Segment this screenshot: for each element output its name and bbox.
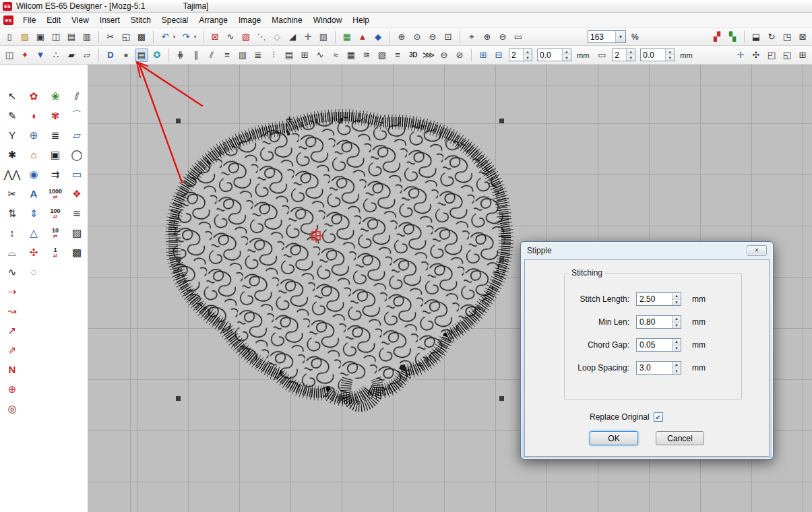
t2-star[interactable]: ✦ <box>18 49 32 62</box>
stitch-type-rows[interactable]: ≣ <box>251 49 265 62</box>
stitch-type-wave[interactable]: ∿ <box>313 49 327 62</box>
underlay-b[interactable]: ⊟ <box>492 49 505 62</box>
handle-mid-left[interactable] <box>176 257 181 262</box>
tool-button[interactable] <box>23 321 44 340</box>
handle-bottom-left[interactable] <box>176 396 181 401</box>
cut[interactable]: ✂ <box>104 30 117 44</box>
handle-mid-right[interactable] <box>499 257 504 262</box>
flip-tool[interactable]: ⇅ <box>1 203 23 223</box>
split-window[interactable]: ◳ <box>780 30 794 44</box>
no-fill[interactable]: ⊘ <box>453 49 466 62</box>
document-icon[interactable]: ES <box>3 15 13 25</box>
slant-view[interactable]: ◢ <box>286 30 299 44</box>
rectangle-tool[interactable]: ▭ <box>66 164 88 184</box>
field-spinner[interactable]: ▲▼ <box>672 362 681 374</box>
toolbar-icon[interactable] <box>153 31 154 43</box>
menu-item[interactable]: File <box>18 13 41 27</box>
tool-button[interactable] <box>44 282 66 301</box>
end-marker-tool[interactable]: ⊕ <box>1 379 23 399</box>
scissors-tool[interactable]: ✂ <box>1 184 23 203</box>
spin-up-icon[interactable]: ▲ <box>673 339 681 346</box>
clipped-icon[interactable]: ⊞ <box>796 49 809 62</box>
thread-colors[interactable]: ▞ <box>710 30 724 44</box>
nudge-arrows[interactable]: ✛ <box>734 49 747 62</box>
toolbar-icon[interactable] <box>744 30 745 42</box>
toolbar-icon[interactable] <box>203 31 204 43</box>
columns-view[interactable]: ▥ <box>317 30 330 44</box>
wedge-tool[interactable]: △ <box>23 223 44 243</box>
design-mode[interactable]: D <box>104 49 117 62</box>
tool-button[interactable] <box>66 360 88 379</box>
t2-fill-b[interactable]: ▱ <box>80 49 94 62</box>
field-input[interactable] <box>637 362 672 374</box>
align-b[interactable]: ◱ <box>780 49 794 62</box>
cross-stitch-tool[interactable]: ✣ <box>23 243 44 262</box>
pull-comp-input[interactable] <box>509 49 523 61</box>
menu-item[interactable]: Edit <box>41 13 66 27</box>
spin-down-icon[interactable]: ▼ <box>524 55 532 61</box>
menu-item[interactable]: Stitch <box>125 13 156 27</box>
undo[interactable]: ↶ <box>158 30 172 44</box>
spacing-100[interactable]: 100 ⇄ <box>44 203 66 223</box>
copy[interactable]: ◱ <box>119 30 133 44</box>
offset-a-input[interactable] <box>538 49 562 61</box>
undo-dropdown[interactable]: ▾ <box>171 30 177 44</box>
menu-item[interactable]: Insert <box>94 13 125 27</box>
column-fill-tool[interactable]: ≣ <box>44 125 66 145</box>
field-spinner[interactable]: ▲▼ <box>672 339 681 351</box>
stitch-type-ripple[interactable]: ≈ <box>329 49 342 62</box>
menu-item[interactable]: Help <box>347 13 375 27</box>
pan-tool[interactable]: ⌖ <box>465 30 478 44</box>
toolbar-icon[interactable] <box>98 49 99 61</box>
titlebar[interactable]: ES Wilcom ES-65 Designer - [Mozg-5:1Taji… <box>0 0 812 13</box>
outline-dotted-tool[interactable]: ◌ <box>23 262 44 282</box>
texture-fill-tool[interactable]: ▩ <box>66 243 88 262</box>
sequin-tool[interactable]: ◉ <box>23 164 44 184</box>
field-spinner[interactable]: ▲▼ <box>672 293 681 305</box>
run-tool[interactable]: ⇉ <box>44 164 66 184</box>
align-a[interactable]: ◰ <box>765 49 778 62</box>
tool-button[interactable] <box>66 340 88 360</box>
stitch-style-jump[interactable]: ↗ <box>1 321 23 340</box>
regenerate[interactable]: ↻ <box>765 30 778 44</box>
t2-fill-a[interactable]: ▰ <box>65 49 78 62</box>
spin-up-icon[interactable]: ▲ <box>563 49 571 55</box>
zoom-in[interactable]: ⊕ <box>395 30 408 44</box>
handle-bottom-right[interactable] <box>499 396 504 401</box>
spin-down-icon[interactable]: ▼ <box>673 300 681 306</box>
menu-item[interactable]: Arrange <box>193 13 233 27</box>
tool-button[interactable] <box>23 340 44 360</box>
toolbar-icon[interactable] <box>98 31 99 43</box>
zoom-input[interactable] <box>588 32 615 42</box>
grid-toggle[interactable]: ▦ <box>340 30 354 44</box>
applique-tool[interactable]: ⌂ <box>23 145 44 164</box>
spin-down-icon[interactable]: ▼ <box>627 55 635 61</box>
spin-up-icon[interactable]: ▲ <box>627 49 635 55</box>
branch-tool[interactable]: Y <box>1 125 23 145</box>
cancel-button[interactable]: Cancel <box>656 431 704 445</box>
zoom-box[interactable]: ⊡ <box>441 30 455 44</box>
hoop-tool[interactable]: ⊕ <box>23 125 44 145</box>
redo-dropdown[interactable]: ▾ <box>192 30 198 44</box>
stitch-type-column[interactable]: ∥ <box>189 49 203 62</box>
offset-b-input[interactable] <box>641 49 665 61</box>
stitch-type-mesh[interactable]: ▦ <box>344 49 358 62</box>
spin-down-icon[interactable]: ▼ <box>666 55 674 61</box>
open-design[interactable]: ▨ <box>18 30 32 44</box>
motif-tool[interactable]: ❖ <box>66 184 88 203</box>
offset-b-spinner[interactable]: ▲▼ <box>665 49 674 61</box>
stitch-style-motif-run[interactable]: ↝ <box>1 301 23 321</box>
export-machine-file[interactable]: ◫ <box>49 30 63 44</box>
stipple-outline-icon[interactable]: ✪ <box>150 49 164 62</box>
parallelogram-tool[interactable]: ▱ <box>66 125 88 145</box>
toolbar-icon[interactable] <box>460 31 460 43</box>
pull-comp-spinner[interactable]: ▲▼ <box>523 49 532 61</box>
dome-tool[interactable]: ◖ <box>23 106 44 125</box>
save-design[interactable]: ▣ <box>34 30 47 44</box>
arc-tool[interactable]: ⌒ <box>66 106 88 125</box>
spin-up-icon[interactable]: ▲ <box>666 49 674 55</box>
triangle-view[interactable]: ▲ <box>356 30 369 44</box>
tool-button[interactable] <box>23 282 44 301</box>
handle-top-left[interactable] <box>176 119 181 123</box>
stitch-type-slant[interactable]: ⫽ <box>205 49 218 62</box>
